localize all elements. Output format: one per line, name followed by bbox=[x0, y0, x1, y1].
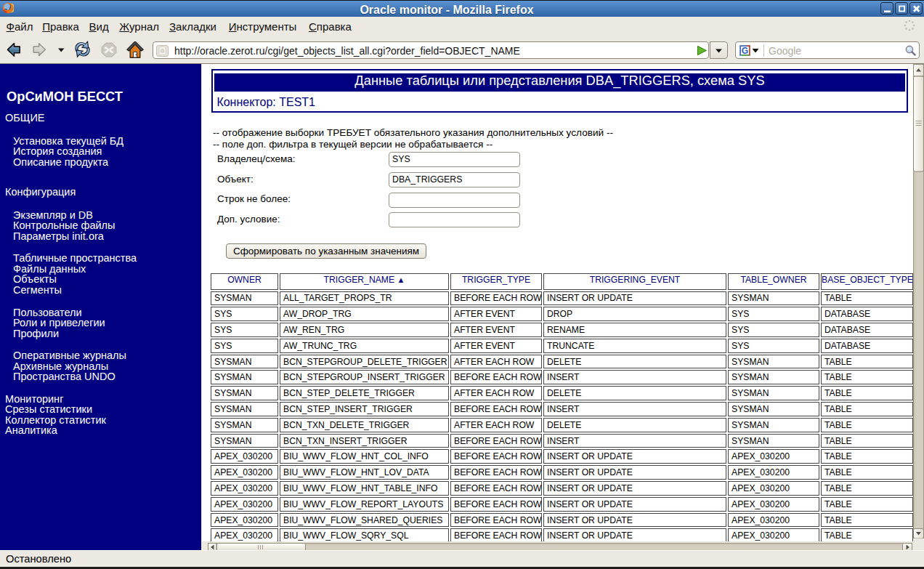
svg-text:G: G bbox=[742, 46, 748, 56]
